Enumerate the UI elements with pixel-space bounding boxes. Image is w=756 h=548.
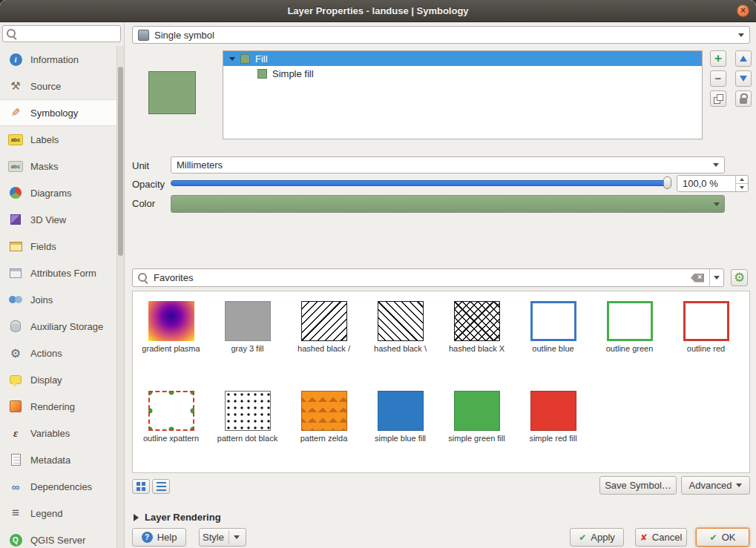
unit-label: Unit	[132, 160, 149, 171]
style-manager-button[interactable]	[731, 269, 748, 286]
filter-text[interactable]: Favorites	[154, 272, 193, 283]
add-symbol-layer-button[interactable]	[710, 50, 726, 67]
tree-item-fill[interactable]: Fill	[223, 51, 702, 66]
sidebar-item-label: Display	[30, 374, 62, 386]
sidebar-item-label: Legend	[30, 508, 62, 519]
symbol-item-hashed-black-slash[interactable]: hashed black /	[286, 301, 362, 391]
symbol-item-outline-xpattern[interactable]: outline xpattern	[133, 391, 209, 473]
window-title: Layer Properties - landuse | Symbology	[287, 5, 468, 16]
color-button[interactable]	[171, 195, 725, 213]
chevron-down-icon	[234, 535, 240, 539]
sidebar: Information Source Symbology Labels Mask…	[0, 22, 125, 548]
symbol-item-gray-3-fill[interactable]: gray 3 fill	[209, 301, 286, 391]
scrollbar-thumb[interactable]	[118, 67, 123, 256]
sidebar-item-metadata[interactable]: Metadata	[0, 446, 117, 473]
sidebar-item-auxiliary-storage[interactable]: Auxiliary Storage	[0, 313, 117, 340]
fields-icon	[10, 242, 22, 251]
remove-symbol-layer-button[interactable]	[710, 70, 726, 87]
fill-symbol-icon	[240, 54, 250, 64]
sidebar-item-information[interactable]: Information	[0, 46, 117, 73]
sidebar-item-display[interactable]: Display	[0, 366, 117, 393]
speech-bubble-icon	[10, 375, 22, 384]
symbol-preview-pattern-zelda	[301, 391, 347, 431]
sidebar-item-label: Fields	[30, 241, 56, 252]
symbol-preview-gradient-plasma	[148, 301, 194, 341]
apply-label: Apply	[591, 532, 615, 543]
sidebar-item-joins[interactable]: Joins	[0, 286, 117, 313]
sidebar-scrollbar[interactable]	[116, 46, 124, 548]
grid-view-icon	[137, 482, 145, 491]
symbol-item-simple-green-fill[interactable]: simple green fill	[438, 391, 515, 473]
sidebar-search-box[interactable]	[2, 25, 121, 42]
symbol-item-outline-blue[interactable]: outline blue	[515, 301, 591, 391]
duplicate-symbol-layer-button[interactable]	[710, 90, 726, 107]
move-down-button[interactable]	[735, 70, 752, 87]
symbol-item-pattern-zelda[interactable]: pattern zelda	[286, 391, 362, 473]
opacity-slider[interactable]	[171, 180, 671, 186]
sidebar-item-label: Actions	[30, 348, 62, 359]
sidebar-item-variables[interactable]: Variables	[0, 420, 117, 446]
symbol-item-gradient-plasma[interactable]: gradient plasma	[133, 301, 209, 391]
sidebar-item-diagrams[interactable]: Diagrams	[0, 179, 117, 206]
sidebar-item-actions[interactable]: Actions	[0, 340, 117, 366]
sidebar-item-legend[interactable]: Legend	[0, 500, 117, 526]
symbol-item-hashed-black-backslash[interactable]: hashed black \	[362, 301, 438, 391]
x-icon	[640, 532, 648, 543]
sidebar-item-qgis-server[interactable]: QGIS Server	[0, 526, 117, 548]
advanced-button[interactable]: Advanced	[681, 476, 750, 495]
symbol-preview-simple-blue-fill	[378, 391, 424, 431]
sidebar-item-masks[interactable]: Masks	[0, 153, 117, 179]
tree-item-simple-fill[interactable]: Simple fill	[223, 66, 702, 81]
symbol-item-outline-green[interactable]: outline green	[591, 301, 668, 391]
joins-icon	[9, 294, 22, 305]
help-icon	[142, 532, 153, 543]
symbol-filter-box[interactable]: Favorites	[132, 268, 724, 287]
unit-value: Millimeters	[177, 159, 223, 171]
diagrams-icon	[10, 187, 22, 199]
close-button[interactable]	[737, 4, 749, 17]
sidebar-item-source[interactable]: Source	[0, 73, 117, 99]
spin-down-button[interactable]	[736, 184, 748, 191]
sidebar-item-fields[interactable]: Fields	[0, 233, 117, 260]
style-button[interactable]: Style	[199, 528, 246, 547]
symbology-icon	[11, 106, 21, 119]
list-view-button[interactable]	[152, 479, 170, 494]
unit-dropdown[interactable]: Millimeters	[171, 156, 725, 174]
symbol-item-hashed-black-x[interactable]: hashed black X	[438, 301, 515, 391]
expand-icon[interactable]	[229, 57, 235, 61]
sidebar-item-dependencies[interactable]: Dependencies	[0, 473, 117, 500]
icon-view-button[interactable]	[132, 479, 150, 494]
sidebar-search-input[interactable]	[20, 28, 112, 40]
clear-filter-icon[interactable]	[691, 274, 704, 283]
help-button[interactable]: Help	[132, 528, 186, 547]
filter-dropdown-arrow[interactable]	[709, 269, 723, 286]
symbol-item-pattern-dot-black[interactable]: pattern dot black	[209, 391, 286, 473]
sidebar-item-symbology[interactable]: Symbology	[0, 99, 117, 126]
cancel-label: Cancel	[652, 532, 682, 543]
symbol-preview-outline-blue	[530, 301, 576, 341]
lock-colors-button[interactable]	[735, 90, 752, 107]
ok-button[interactable]: OK	[696, 528, 749, 547]
sidebar-item-attributes-form[interactable]: Attributes Form	[0, 260, 117, 286]
symbol-item-outline-red[interactable]: outline red	[668, 301, 744, 391]
qgis-server-icon	[10, 534, 22, 547]
metadata-icon	[11, 454, 21, 466]
symbol-item-simple-red-fill[interactable]: simple red fill	[515, 391, 591, 473]
cancel-button[interactable]: Cancel	[635, 528, 687, 547]
sidebar-item-rendering[interactable]: Rendering	[0, 393, 117, 420]
layer-rendering-section[interactable]: Layer Rendering	[134, 512, 221, 523]
symbol-type-dropdown[interactable]: Single symbol	[132, 26, 750, 44]
move-up-button[interactable]	[735, 50, 752, 67]
opacity-slider-handle[interactable]	[663, 176, 671, 189]
save-symbol-button[interactable]: Save Symbol…	[599, 476, 677, 495]
sidebar-item-3d-view[interactable]: 3D View	[0, 206, 117, 233]
symbol-item-simple-blue-fill[interactable]: simple blue fill	[362, 391, 438, 473]
color-label: Color	[132, 198, 155, 209]
spin-up-button[interactable]	[736, 176, 748, 184]
sidebar-item-labels[interactable]: Labels	[0, 126, 117, 153]
sidebar-item-label: Source	[30, 81, 61, 92]
opacity-spinbox[interactable]: 100,0 %	[677, 175, 749, 192]
sidebar-item-label: 3D View	[30, 214, 66, 225]
apply-button[interactable]: Apply	[570, 528, 624, 547]
symbol-label: hashed black \	[374, 344, 427, 354]
